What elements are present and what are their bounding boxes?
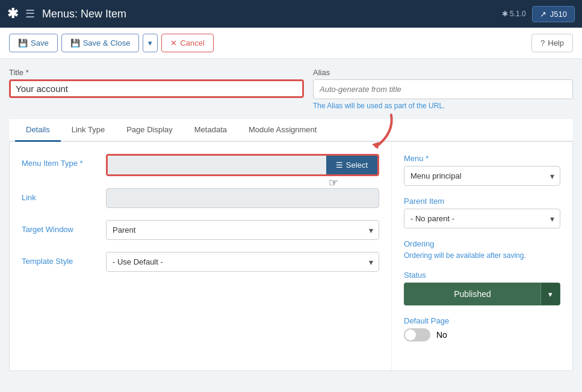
user-label: J510: [550, 10, 567, 19]
navbar-left: ✱ ☰ Menus: New Item: [7, 6, 126, 22]
menu-select-wrapper: Menu principal: [404, 166, 560, 186]
user-button[interactable]: ↗ J510: [532, 6, 575, 22]
title-group: Title *: [9, 68, 304, 110]
alias-input[interactable]: [313, 79, 573, 99]
menu-item-type-label: Menu Item Type *: [22, 154, 106, 168]
alias-label: Alias: [313, 68, 573, 77]
menu-item-type-row: Menu Item Type * ☰ Select: [22, 154, 379, 176]
help-button[interactable]: ? Help: [531, 34, 573, 52]
save-icon: 💾: [18, 38, 28, 47]
template-style-wrapper: - Use Default -: [106, 252, 379, 272]
toolbar-left: 💾 Save 💾 Save & Close ▾ ✕ Cancel: [9, 34, 214, 52]
navbar-right: ✱ 5.1.0 ↗ J510: [502, 6, 575, 22]
list-icon: ☰: [336, 161, 343, 170]
alias-hint: The Alias will be used as part of the UR…: [313, 102, 573, 110]
status-group: Status Published ▾: [404, 271, 560, 305]
template-style-row: Template Style - Use Default -: [22, 252, 379, 272]
parent-item-select[interactable]: - No parent -: [404, 209, 560, 228]
cancel-icon: ✕: [170, 38, 177, 47]
hamburger-icon[interactable]: ☰: [25, 7, 35, 20]
status-published-button[interactable]: Published: [404, 283, 540, 305]
template-style-select[interactable]: - Use Default -: [106, 252, 379, 272]
target-window-select[interactable]: Parent: [106, 220, 379, 240]
toolbar-right: ? Help: [531, 34, 573, 52]
chevron-down-status-icon: ▾: [548, 290, 553, 299]
menu-item-type-control: ☰ Select ☞: [106, 154, 379, 176]
save-button[interactable]: 💾 Save: [9, 34, 58, 52]
select-label: Select: [346, 161, 368, 170]
link-control: [106, 188, 379, 208]
select-menu-item-type-button[interactable]: ☰ Select: [326, 156, 377, 174]
navbar: ✱ ☰ Menus: New Item ✱ 5.1.0 ↗ J510: [0, 0, 582, 28]
parent-item-wrapper: - No parent -: [404, 209, 560, 228]
cancel-label: Cancel: [180, 38, 204, 47]
help-label: Help: [548, 38, 564, 47]
target-window-wrapper: Parent: [106, 220, 379, 240]
link-input[interactable]: [106, 188, 379, 208]
menu-right-label: Menu *: [404, 154, 560, 163]
ordering-note: Ordering will be available after saving.: [404, 251, 560, 260]
cancel-button[interactable]: ✕ Cancel: [161, 34, 213, 52]
ordering-group: Ordering Ordering will be available afte…: [404, 239, 560, 260]
status-row: Published ▾: [404, 283, 560, 305]
form-panel: Menu Item Type * ☰ Select: [9, 142, 573, 371]
default-page-label: Default Page: [404, 316, 560, 325]
parent-item-label: Parent Item: [404, 197, 560, 206]
target-window-control: Parent: [106, 220, 379, 240]
svg-marker-0: [372, 142, 379, 149]
ordering-label: Ordering: [404, 239, 560, 248]
form-right: Menu * Menu principal Parent Item - No p…: [392, 142, 572, 370]
status-label: Status: [404, 271, 560, 280]
default-page-toggle[interactable]: [404, 328, 430, 341]
save-label: Save: [31, 38, 49, 47]
save-dropdown-button[interactable]: ▾: [143, 34, 158, 52]
save-close-label: Save & Close: [83, 38, 131, 47]
form-top-row: Title * Alias The Alias will be used as …: [9, 68, 573, 110]
tab-details[interactable]: Details: [15, 119, 61, 142]
tab-metadata[interactable]: Metadata: [184, 119, 238, 142]
status-dropdown-button[interactable]: ▾: [540, 283, 560, 305]
title-label: Title *: [9, 68, 304, 77]
question-icon: ?: [540, 38, 545, 47]
page-title: Menus: New Item: [42, 8, 126, 20]
external-link-icon: ↗: [540, 10, 546, 19]
save-close-button[interactable]: 💾 Save & Close: [61, 34, 140, 52]
tab-link-type[interactable]: Link Type: [61, 119, 116, 142]
menu-select[interactable]: Menu principal: [404, 166, 560, 186]
alias-group: Alias The Alias will be used as part of …: [313, 68, 573, 110]
menu-group: Menu * Menu principal: [404, 154, 560, 186]
template-style-label: Template Style: [22, 252, 106, 266]
tabs-row: Details Link Type Page Display Metadata …: [9, 119, 573, 142]
default-page-group: Default Page No: [404, 316, 560, 341]
menu-item-type-display: [108, 156, 326, 174]
title-input[interactable]: [16, 84, 297, 94]
chevron-down-icon: ▾: [148, 38, 152, 47]
content-area: Title * Alias The Alias will be used as …: [0, 59, 582, 380]
toggle-row: No: [404, 328, 560, 341]
menu-item-type-wrapper: ☰ Select: [106, 154, 379, 176]
toolbar: 💾 Save 💾 Save & Close ▾ ✕ Cancel ? Help: [0, 28, 582, 59]
tab-module-assignment[interactable]: Module Assignment: [238, 119, 327, 142]
target-window-row: Target Window Parent: [22, 220, 379, 240]
link-row: Link: [22, 188, 379, 208]
form-left: Menu Item Type * ☰ Select: [10, 142, 392, 370]
version-label: ✱ 5.1.0: [502, 10, 526, 18]
cursor-icon: ☞: [329, 176, 338, 189]
save-close-icon: 💾: [70, 38, 80, 47]
parent-item-group: Parent Item - No parent -: [404, 197, 560, 228]
template-style-control: - Use Default -: [106, 252, 379, 272]
default-page-value: No: [436, 330, 447, 340]
link-label: Link: [22, 188, 106, 202]
target-window-label: Target Window: [22, 220, 106, 234]
title-input-wrapper: [9, 79, 304, 98]
joomla-logo-icon[interactable]: ✱: [7, 6, 18, 22]
tab-page-display[interactable]: Page Display: [116, 119, 184, 142]
